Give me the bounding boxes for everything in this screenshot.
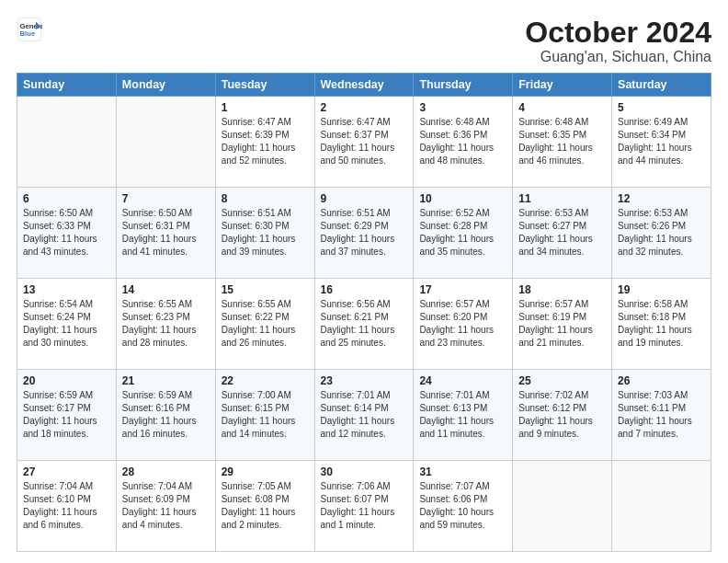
cell-info: Sunrise: 7:04 AM Sunset: 6:10 PM Dayligh…	[23, 480, 110, 532]
calendar-cell: 30 Sunrise: 7:06 AM Sunset: 6:07 PM Dayl…	[314, 461, 414, 552]
cell-sunset: Sunset: 6:33 PM	[23, 221, 91, 231]
calendar-cell: 5 Sunrise: 6:49 AM Sunset: 6:34 PM Dayli…	[612, 97, 711, 188]
cell-sunrise: Sunrise: 6:55 AM	[222, 299, 291, 309]
cell-info: Sunrise: 6:49 AM Sunset: 6:34 PM Dayligh…	[618, 116, 705, 167]
calendar-cell: 2 Sunrise: 6:47 AM Sunset: 6:37 PM Dayli…	[314, 97, 414, 188]
cell-info: Sunrise: 6:59 AM Sunset: 6:17 PM Dayligh…	[23, 389, 110, 441]
cell-daylight: Daylight: 11 hours and 12 minutes.	[321, 416, 395, 439]
calendar-cell: 22 Sunrise: 7:00 AM Sunset: 6:15 PM Dayl…	[215, 370, 314, 461]
cell-date: 19	[618, 283, 705, 296]
cell-date: 23	[321, 374, 408, 387]
cell-sunset: Sunset: 6:29 PM	[321, 221, 389, 231]
cell-daylight: Daylight: 11 hours and 50 minutes.	[321, 143, 395, 166]
cell-info: Sunrise: 7:01 AM Sunset: 6:13 PM Dayligh…	[419, 389, 506, 441]
cell-sunset: Sunset: 6:15 PM	[222, 403, 290, 413]
cell-daylight: Daylight: 11 hours and 14 minutes.	[222, 416, 296, 439]
day-header-wednesday: Wednesday	[314, 74, 414, 97]
cell-info: Sunrise: 6:58 AM Sunset: 6:18 PM Dayligh…	[618, 298, 705, 350]
cell-date: 22	[222, 374, 309, 387]
day-header-friday: Friday	[513, 74, 612, 97]
cell-sunset: Sunset: 6:17 PM	[23, 403, 91, 413]
cell-sunrise: Sunrise: 6:57 AM	[419, 299, 489, 309]
cell-sunrise: Sunrise: 7:01 AM	[321, 390, 391, 400]
cell-sunrise: Sunrise: 6:48 AM	[518, 117, 588, 127]
cell-sunset: Sunset: 6:27 PM	[518, 221, 586, 231]
cell-daylight: Daylight: 11 hours and 2 minutes.	[222, 507, 296, 530]
cell-sunrise: Sunrise: 7:04 AM	[122, 481, 192, 491]
calendar-cell: 13 Sunrise: 6:54 AM Sunset: 6:24 PM Dayl…	[17, 279, 117, 370]
cell-sunrise: Sunrise: 6:48 AM	[419, 117, 489, 127]
cell-date: 16	[321, 283, 408, 296]
cell-info: Sunrise: 6:53 AM Sunset: 6:26 PM Dayligh…	[618, 207, 705, 259]
cell-sunset: Sunset: 6:35 PM	[518, 130, 586, 140]
cell-sunrise: Sunrise: 7:05 AM	[222, 481, 291, 491]
week-row-1: 1 Sunrise: 6:47 AM Sunset: 6:39 PM Dayli…	[17, 97, 711, 188]
cell-sunset: Sunset: 6:06 PM	[419, 494, 487, 504]
cell-sunset: Sunset: 6:31 PM	[122, 221, 190, 231]
calendar-cell: 17 Sunrise: 6:57 AM Sunset: 6:20 PM Dayl…	[414, 279, 513, 370]
cell-date: 14	[122, 283, 210, 296]
day-header-saturday: Saturday	[612, 74, 711, 97]
cell-sunset: Sunset: 6:21 PM	[321, 312, 389, 322]
cell-daylight: Daylight: 11 hours and 37 minutes.	[321, 234, 395, 257]
calendar-cell: 1 Sunrise: 6:47 AM Sunset: 6:39 PM Dayli…	[215, 97, 314, 188]
calendar-header: SundayMondayTuesdayWednesdayThursdayFrid…	[17, 74, 711, 97]
cell-info: Sunrise: 6:56 AM Sunset: 6:21 PM Dayligh…	[321, 298, 408, 350]
cell-daylight: Daylight: 11 hours and 39 minutes.	[222, 234, 296, 257]
cell-date: 15	[222, 283, 309, 296]
cell-info: Sunrise: 7:07 AM Sunset: 6:06 PM Dayligh…	[419, 480, 506, 532]
page-subtitle: Guang'an, Sichuan, China	[525, 49, 711, 65]
cell-sunset: Sunset: 6:24 PM	[23, 312, 91, 322]
calendar-cell: 27 Sunrise: 7:04 AM Sunset: 6:10 PM Dayl…	[17, 461, 117, 552]
calendar-cell	[17, 97, 117, 188]
cell-daylight: Daylight: 11 hours and 19 minutes.	[618, 325, 692, 348]
calendar-cell: 8 Sunrise: 6:51 AM Sunset: 6:30 PM Dayli…	[215, 188, 314, 279]
cell-date: 24	[419, 374, 506, 387]
cell-daylight: Daylight: 11 hours and 34 minutes.	[518, 234, 593, 257]
day-header-row: SundayMondayTuesdayWednesdayThursdayFrid…	[17, 74, 711, 97]
cell-daylight: Daylight: 11 hours and 35 minutes.	[419, 234, 494, 257]
cell-sunset: Sunset: 6:20 PM	[419, 312, 487, 322]
cell-sunrise: Sunrise: 7:06 AM	[321, 481, 391, 491]
calendar-cell: 29 Sunrise: 7:05 AM Sunset: 6:08 PM Dayl…	[215, 461, 314, 552]
cell-sunset: Sunset: 6:30 PM	[222, 221, 290, 231]
cell-date: 28	[122, 465, 210, 478]
cell-info: Sunrise: 6:55 AM Sunset: 6:23 PM Dayligh…	[122, 298, 210, 350]
cell-info: Sunrise: 6:50 AM Sunset: 6:33 PM Dayligh…	[23, 207, 110, 259]
cell-daylight: Daylight: 11 hours and 32 minutes.	[618, 234, 692, 257]
cell-sunset: Sunset: 6:26 PM	[618, 221, 686, 231]
cell-sunrise: Sunrise: 7:03 AM	[618, 390, 688, 400]
cell-date: 30	[321, 465, 408, 478]
cell-date: 6	[23, 192, 110, 205]
cell-sunrise: Sunrise: 6:49 AM	[618, 117, 688, 127]
cell-sunset: Sunset: 6:22 PM	[222, 312, 290, 322]
calendar-cell: 6 Sunrise: 6:50 AM Sunset: 6:33 PM Dayli…	[17, 188, 117, 279]
cell-sunset: Sunset: 6:14 PM	[321, 403, 389, 413]
cell-sunrise: Sunrise: 7:02 AM	[518, 390, 588, 400]
cell-daylight: Daylight: 11 hours and 6 minutes.	[23, 507, 97, 530]
cell-sunrise: Sunrise: 6:51 AM	[321, 208, 391, 218]
cell-sunset: Sunset: 6:07 PM	[321, 494, 389, 504]
cell-info: Sunrise: 6:57 AM Sunset: 6:20 PM Dayligh…	[419, 298, 506, 350]
cell-sunrise: Sunrise: 7:00 AM	[222, 390, 291, 400]
cell-daylight: Daylight: 11 hours and 16 minutes.	[122, 416, 197, 439]
calendar-cell: 28 Sunrise: 7:04 AM Sunset: 6:09 PM Dayl…	[116, 461, 215, 552]
cell-date: 18	[518, 283, 606, 296]
cell-daylight: Daylight: 11 hours and 7 minutes.	[618, 416, 692, 439]
week-row-3: 13 Sunrise: 6:54 AM Sunset: 6:24 PM Dayl…	[17, 279, 711, 370]
cell-sunrise: Sunrise: 6:47 AM	[222, 117, 291, 127]
calendar-cell: 3 Sunrise: 6:48 AM Sunset: 6:36 PM Dayli…	[414, 97, 513, 188]
cell-sunset: Sunset: 6:18 PM	[618, 312, 686, 322]
cell-daylight: Daylight: 11 hours and 41 minutes.	[122, 234, 197, 257]
cell-info: Sunrise: 7:06 AM Sunset: 6:07 PM Dayligh…	[321, 480, 408, 532]
cell-sunset: Sunset: 6:28 PM	[419, 221, 487, 231]
cell-daylight: Daylight: 11 hours and 4 minutes.	[122, 507, 197, 530]
cell-date: 21	[122, 374, 210, 387]
week-row-2: 6 Sunrise: 6:50 AM Sunset: 6:33 PM Dayli…	[17, 188, 711, 279]
page: General Blue October 2024 Guang'an, Sich…	[0, 0, 728, 563]
cell-date: 31	[419, 465, 506, 478]
cell-daylight: Daylight: 10 hours and 59 minutes.	[419, 507, 494, 530]
cell-sunrise: Sunrise: 6:50 AM	[23, 208, 93, 218]
cell-sunset: Sunset: 6:09 PM	[122, 494, 190, 504]
calendar-cell: 15 Sunrise: 6:55 AM Sunset: 6:22 PM Dayl…	[215, 279, 314, 370]
